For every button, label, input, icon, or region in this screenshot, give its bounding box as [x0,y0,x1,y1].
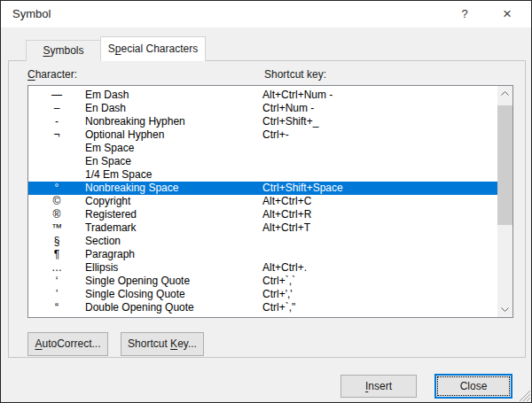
char-cell: … [28,261,85,275]
name-cell: Trademark [85,221,262,235]
close-icon: × [503,5,512,22]
char-cell: — [28,89,85,102]
char-cell: – [28,102,85,115]
scroll-up-button[interactable] [497,86,512,101]
tab-special-characters[interactable]: Special Characters [100,36,206,61]
special-characters-list[interactable]: — Em Dash Alt+Ctrl+Num - – En Dash Ctrl+… [27,85,513,318]
list-item[interactable]: - Nonbreaking Hyphen Ctrl+Shift+_ [28,115,497,128]
scroll-down-button[interactable] [497,302,512,317]
char-cell: ’ [28,288,85,301]
char-cell [28,155,85,168]
dialog-title: Symbol [12,1,51,27]
name-cell: Single Opening Quote [85,275,262,288]
char-cell: ¶ [28,248,85,261]
list-item[interactable]: ’ Single Closing Quote Ctrl+',' [28,288,497,301]
char-cell: - [28,115,85,128]
symbol-dialog: Symbol ? × Symbols Special Characters Ch… [0,0,532,403]
shortcut-cell: Ctrl+`," [262,301,497,314]
char-cell: § [28,235,85,248]
list-item[interactable]: ¶ Paragraph [28,248,497,261]
tab-special-characters-label: S [108,43,115,55]
shortcut-cell: Alt+Ctrl+. [262,261,497,275]
name-cell: Nonbreaking Space [85,182,262,195]
char-cell: ‘ [28,275,85,288]
insert-button[interactable]: Insert [340,375,417,398]
name-cell: 1/4 Em Space [85,168,262,182]
shortcut-cell: Ctrl+Shift+Space [262,182,497,195]
shortcut-cell: Ctrl+Num - [262,102,497,115]
list-item[interactable]: ° Nonbreaking Space Ctrl+Shift+Space [28,182,497,195]
list-item[interactable]: ® Registered Alt+Ctrl+R [28,208,497,221]
help-button[interactable]: ? [446,1,483,27]
list-item[interactable]: — Em Dash Alt+Ctrl+Num - [28,89,497,102]
name-cell: Single Closing Quote [85,288,262,301]
chevron-up-icon [501,91,509,96]
shortcut-cell: Ctrl+Shift+_ [262,115,497,128]
list-item[interactable]: Em Space [28,142,497,155]
shortcut-cell [262,248,497,261]
name-cell: Registered [85,208,262,221]
name-cell: Optional Hyphen [85,128,262,142]
shortcut-cell: Ctrl+`,` [262,275,497,288]
name-cell: En Dash [85,102,262,115]
list-item[interactable]: 1/4 Em Space [28,168,497,182]
shortcut-cell [262,155,497,168]
shortcut-cell: Alt+Ctrl+R [262,208,497,221]
char-cell: ® [28,208,85,221]
list-item[interactable]: “ Double Opening Quote Ctrl+`," [28,301,497,314]
name-cell: Paragraph [85,248,262,261]
list-item[interactable]: ‘ Single Opening Quote Ctrl+`,` [28,275,497,288]
vertical-scrollbar[interactable] [497,86,512,317]
char-cell [28,142,85,155]
name-cell: En Space [85,155,262,168]
shortcut-cell [262,235,497,248]
scrollbar-thumb[interactable] [497,105,512,225]
list-item[interactable]: § Section [28,235,497,248]
shortcut-cell: Ctrl+',' [262,288,497,301]
help-icon: ? [461,7,467,20]
shortcut-cell [262,168,497,182]
char-cell: ™ [28,221,85,235]
character-column-label: Character: [27,68,77,81]
shortcut-cell [262,142,497,155]
shortcut-cell: Ctrl+- [262,128,497,142]
list-item[interactable]: ™ Trademark Alt+Ctrl+T [28,221,497,235]
name-cell: Em Dash [85,89,262,102]
name-cell: Nonbreaking Hyphen [85,115,262,128]
close-button[interactable]: Close [434,374,512,399]
char-cell: “ [28,301,85,314]
tab-symbols[interactable]: Symbols [26,40,101,61]
list-item[interactable]: – En Dash Ctrl+Num - [28,102,497,115]
char-cell: © [28,195,85,208]
name-cell: Em Space [85,142,262,155]
shortcut-column-label: Shortcut key: [264,68,326,81]
shortcut-cell: Alt+Ctrl+C [262,195,497,208]
char-cell: ° [28,182,85,195]
name-cell: Double Opening Quote [85,301,262,314]
name-cell: Copyright [85,195,262,208]
list-item[interactable]: En Space [28,155,497,168]
list-item[interactable]: ¬ Optional Hyphen Ctrl+- [28,128,497,142]
resize-grip-icon[interactable] [518,389,530,401]
autocorrect-button[interactable]: AutoCorrect... [27,332,108,356]
character-list-rows: — Em Dash Alt+Ctrl+Num - – En Dash Ctrl+… [28,86,497,317]
list-item[interactable]: … Ellipsis Alt+Ctrl+. [28,261,497,275]
list-item[interactable]: © Copyright Alt+Ctrl+C [28,195,497,208]
shortcut-cell: Alt+Ctrl+Num - [262,89,497,102]
close-window-button[interactable]: × [489,1,526,27]
name-cell: Section [85,235,262,248]
char-cell: ¬ [28,128,85,142]
shortcut-key-button[interactable]: Shortcut Key... [121,332,204,356]
chevron-down-icon [501,307,509,312]
char-cell [28,168,85,182]
name-cell: Ellipsis [85,261,262,275]
shortcut-cell: Alt+Ctrl+T [262,221,497,235]
title-bar[interactable]: Symbol ? × [1,1,531,27]
